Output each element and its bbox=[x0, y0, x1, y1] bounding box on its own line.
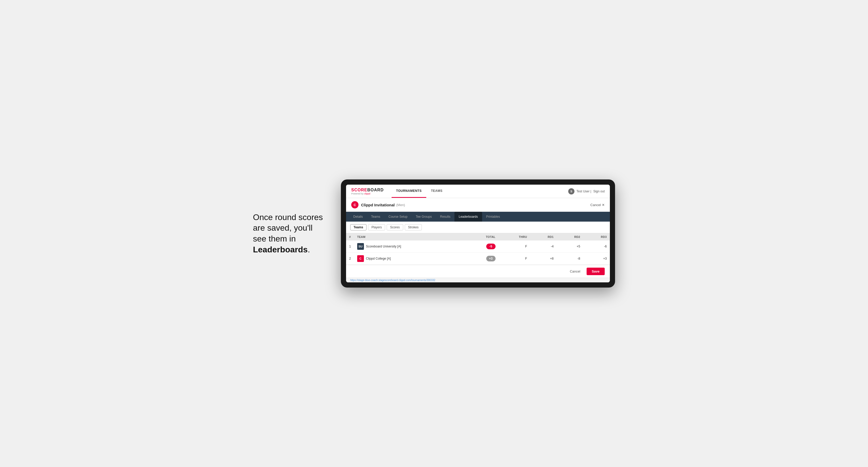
tournament-header: C Clippd Invitational (Men) Cancel ✕ bbox=[346, 198, 610, 212]
team-name: Clippd College [A] bbox=[366, 257, 391, 260]
tab-tee-groups[interactable]: Tee Groups bbox=[411, 212, 436, 222]
col-rank: # bbox=[346, 233, 354, 241]
team-cell: C Clippd College [A] bbox=[354, 253, 464, 265]
url-bar: https://stage-blue-coach.stagescoreboard… bbox=[346, 278, 610, 282]
tournament-name: Clippd Invitational bbox=[361, 203, 395, 207]
team-cell: SU Scoreboard University [A] bbox=[354, 241, 464, 253]
col-team: TEAM bbox=[354, 233, 464, 241]
table-row: 1 SU Scoreboard University [A] -5 F -4 +… bbox=[346, 241, 610, 253]
leaderboard-table: # TEAM TOTAL THRU RD1 RD2 RD3 1 SU bbox=[346, 233, 610, 265]
team-name: Scoreboard University [A] bbox=[366, 245, 401, 248]
tab-bar: Details Teams Course Setup Tee Groups Re… bbox=[346, 212, 610, 222]
footer-save-button[interactable]: Save bbox=[587, 268, 605, 275]
sidebar-description: Once round scores are saved, you'll see … bbox=[253, 212, 326, 255]
col-rd3: RD3 bbox=[583, 233, 610, 241]
rd1-cell: +8 bbox=[530, 253, 557, 265]
nav-teams[interactable]: TEAMS bbox=[426, 185, 447, 198]
close-icon: ✕ bbox=[602, 203, 605, 207]
filter-teams[interactable]: Teams bbox=[350, 224, 367, 230]
table-row: 2 C Clippd College [A] +3 F +8 -8 +3 bbox=[346, 253, 610, 265]
col-rd2: RD2 bbox=[557, 233, 584, 241]
table-header-row: # TEAM TOTAL THRU RD1 RD2 RD3 bbox=[346, 233, 610, 241]
brand-subtitle: Powered by clippd bbox=[351, 192, 384, 195]
top-navigation: SCOREBOARD Powered by clippd TOURNAMENTS… bbox=[346, 185, 610, 198]
user-avatar: S bbox=[568, 188, 575, 194]
col-thru: THRU bbox=[499, 233, 530, 241]
footer-cancel-button[interactable]: Cancel bbox=[566, 268, 584, 275]
team-logo: C bbox=[357, 255, 364, 262]
rd2-cell: +5 bbox=[557, 241, 584, 253]
team-logo: SU bbox=[357, 243, 364, 250]
tab-teams[interactable]: Teams bbox=[367, 212, 384, 222]
sign-out-link[interactable]: Sign out bbox=[593, 190, 605, 193]
filter-bar: Teams Players Scores Strokes bbox=[346, 222, 610, 233]
tab-course-setup[interactable]: Course Setup bbox=[384, 212, 411, 222]
page-wrapper: Once round scores are saved, you'll see … bbox=[253, 180, 615, 287]
footer: Cancel Save bbox=[346, 265, 610, 278]
thru-cell: F bbox=[499, 253, 530, 265]
rd3-cell: -6 bbox=[583, 241, 610, 253]
tab-details[interactable]: Details bbox=[349, 212, 367, 222]
filter-players[interactable]: Players bbox=[368, 224, 385, 230]
score-badge: -5 bbox=[486, 244, 496, 249]
total-cell: -5 bbox=[464, 241, 499, 253]
score-badge: +3 bbox=[486, 256, 496, 261]
total-cell: +3 bbox=[464, 253, 499, 265]
col-rd1: RD1 bbox=[530, 233, 557, 241]
tablet-screen: SCOREBOARD Powered by clippd TOURNAMENTS… bbox=[346, 185, 610, 282]
col-total: TOTAL bbox=[464, 233, 499, 241]
tournament-icon: C bbox=[351, 201, 359, 209]
rank-cell: 2 bbox=[346, 253, 354, 265]
cancel-tournament-button[interactable]: Cancel ✕ bbox=[590, 203, 605, 207]
nav-tournaments[interactable]: TOURNAMENTS bbox=[392, 185, 427, 198]
user-name: Test User | bbox=[577, 190, 591, 193]
tablet-device: SCOREBOARD Powered by clippd TOURNAMENTS… bbox=[341, 180, 615, 287]
nav-links: TOURNAMENTS TEAMS bbox=[392, 185, 447, 198]
brand: SCOREBOARD Powered by clippd bbox=[351, 188, 384, 195]
rd3-cell: +3 bbox=[583, 253, 610, 265]
thru-cell: F bbox=[499, 241, 530, 253]
rank-cell: 1 bbox=[346, 241, 354, 253]
filter-scores[interactable]: Scores bbox=[387, 224, 403, 230]
leaderboards-highlight: Leaderboards bbox=[253, 245, 308, 254]
leaderboard-table-container: # TEAM TOTAL THRU RD1 RD2 RD3 1 SU bbox=[346, 233, 610, 265]
filter-strokes[interactable]: Strokes bbox=[405, 224, 422, 230]
rd1-cell: -4 bbox=[530, 241, 557, 253]
tournament-subtitle: (Men) bbox=[396, 203, 405, 207]
brand-title: SCOREBOARD bbox=[351, 188, 384, 192]
tab-leaderboards[interactable]: Leaderboards bbox=[455, 212, 482, 222]
nav-right: S Test User | Sign out bbox=[568, 188, 605, 194]
tab-results[interactable]: Results bbox=[436, 212, 455, 222]
rd2-cell: -8 bbox=[557, 253, 584, 265]
tab-printables[interactable]: Printables bbox=[482, 212, 504, 222]
